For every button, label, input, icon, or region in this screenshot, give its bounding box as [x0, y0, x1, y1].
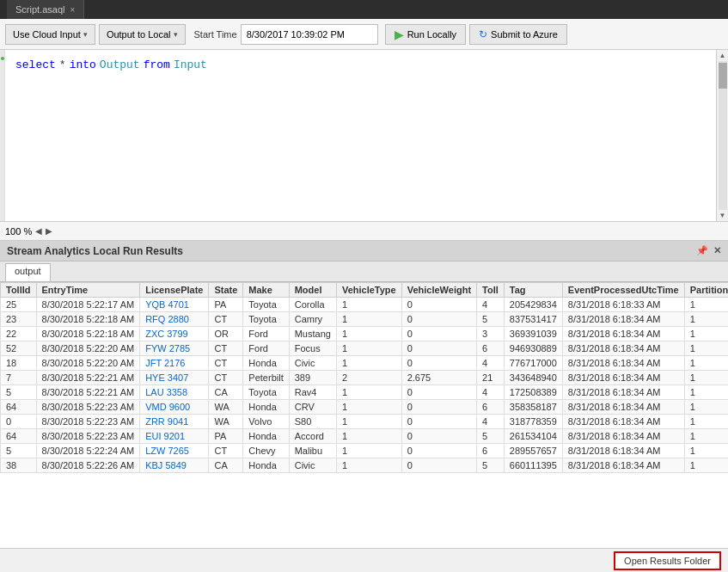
table-cell: 8/31/2018 6:18:34 AM	[562, 444, 684, 458]
table-cell: 5	[1, 444, 37, 458]
table-cell: 1	[336, 458, 401, 473]
run-locally-button[interactable]: ▶ Run Locally	[385, 24, 466, 45]
table-cell: EUI 9201	[140, 429, 209, 444]
table-cell: 318778359	[504, 415, 562, 429]
table-cell: 1	[336, 341, 401, 356]
title-bar-tabs: Script.asaql ×	[7, 0, 84, 19]
table-cell: S80	[289, 415, 336, 429]
table-cell: 21	[477, 371, 505, 385]
script-tab-label: Script.asaql	[15, 4, 64, 15]
start-time-input[interactable]	[241, 24, 378, 45]
table-cell: Toyota	[243, 298, 289, 312]
column-header-vehicletype: VehicleType	[336, 283, 401, 298]
panel-title: Stream Analytics Local Run Results	[7, 245, 183, 257]
table-cell: 8/31/2018 6:18:34 AM	[562, 327, 684, 341]
code-content[interactable]: select * into Output from Input	[5, 50, 716, 221]
table-cell: 3	[477, 327, 505, 341]
close-tab-button[interactable]: ×	[70, 5, 75, 15]
submit-to-azure-button[interactable]: ↻ Submit to Azure	[469, 24, 567, 45]
column-header-tollid: TollId	[1, 283, 37, 298]
zoom-increase-button[interactable]: ▶	[46, 226, 52, 236]
table-cell: Focus	[289, 341, 336, 356]
table-cell: 8/31/2018 6:18:34 AM	[562, 356, 684, 371]
table-cell: 8/30/2018 5:22:26 AM	[36, 458, 140, 473]
table-cell: 1	[336, 444, 401, 458]
table-cell: RFQ 2880	[140, 312, 209, 327]
script-tab[interactable]: Script.asaql ×	[7, 0, 84, 19]
table-cell: CA	[209, 458, 243, 473]
table-cell: 8/31/2018 6:18:34 AM	[562, 458, 684, 473]
panel-header: Stream Analytics Local Run Results 📌 ✕	[0, 241, 728, 261]
open-results-folder-button[interactable]: Open Results Folder	[614, 551, 721, 570]
main-wrapper: Script.asaql × Use Cloud Input ▾ Output …	[0, 0, 728, 572]
table-cell: 0	[1, 415, 37, 429]
output-to-local-dropdown-icon: ▾	[174, 30, 178, 39]
results-container[interactable]: TollIdEntryTimeLicensePlateStateMakeMode…	[0, 282, 728, 548]
table-cell: 261534104	[504, 429, 562, 444]
table-cell: WA	[209, 400, 243, 415]
table-cell: 0	[401, 341, 476, 356]
toolbar: Use Cloud Input ▾ Output to Local ▾ Star…	[0, 19, 728, 50]
column-header-toll: Toll	[477, 283, 505, 298]
table-cell: LAU 3358	[140, 385, 209, 400]
table-cell: 64	[1, 429, 37, 444]
scroll-up-button[interactable]: ▲	[719, 52, 726, 59]
table-cell: 1	[684, 341, 728, 356]
table-cell: 1	[684, 458, 728, 473]
table-cell: 1	[684, 371, 728, 385]
table-cell: FYW 2785	[140, 341, 209, 356]
zoom-decrease-button[interactable]: ◀	[35, 226, 42, 236]
scroll-down-button[interactable]: ▼	[719, 212, 726, 219]
table-cell: Volvo	[243, 415, 289, 429]
table-cell: 8/30/2018 5:22:24 AM	[36, 444, 140, 458]
table-cell: ZXC 3799	[140, 327, 209, 341]
code-star: *	[59, 57, 66, 75]
table-cell: 1	[336, 400, 401, 415]
table-cell: 8/30/2018 5:22:23 AM	[36, 429, 140, 444]
close-panel-button[interactable]: ✕	[713, 245, 721, 256]
table-cell: 7	[1, 371, 37, 385]
output-tab[interactable]: output	[5, 263, 51, 281]
table-cell: 1	[336, 385, 401, 400]
table-cell: 205429834	[504, 298, 562, 312]
table-cell: 946930889	[504, 341, 562, 356]
table-cell: 1	[684, 327, 728, 341]
table-cell: 22	[1, 327, 37, 341]
table-cell: OR	[209, 327, 243, 341]
table-cell: 8/31/2018 6:18:34 AM	[562, 385, 684, 400]
table-cell: Accord	[289, 429, 336, 444]
table-cell: 660111395	[504, 458, 562, 473]
table-cell: 64	[1, 400, 37, 415]
code-editor[interactable]: select * into Output from Input ▲ ▼	[0, 50, 728, 222]
table-cell: 8/31/2018 6:18:34 AM	[562, 371, 684, 385]
column-header-tag: Tag	[504, 283, 562, 298]
table-cell: 4	[477, 298, 505, 312]
table-row: 258/30/2018 5:22:17 AMYQB 4701PAToyotaCo…	[1, 298, 729, 312]
table-row: 238/30/2018 5:22:18 AMRFQ 2880CTToyotaCa…	[1, 312, 729, 327]
table-cell: VMD 9600	[140, 400, 209, 415]
column-header-licenseplate: LicensePlate	[140, 283, 209, 298]
panel-tabs: output	[0, 261, 728, 282]
table-cell: 8/30/2018 5:22:21 AM	[36, 385, 140, 400]
table-cell: Civic	[289, 458, 336, 473]
table-cell: ZRR 9041	[140, 415, 209, 429]
table-cell: 5	[477, 312, 505, 327]
table-cell: 1	[336, 312, 401, 327]
use-cloud-input-button[interactable]: Use Cloud Input ▾	[5, 24, 95, 45]
output-to-local-label: Output to Local	[107, 29, 171, 40]
results-table: TollIdEntryTimeLicensePlateStateMakeMode…	[0, 282, 728, 473]
table-cell: Honda	[243, 458, 289, 473]
table-cell: Ford	[243, 327, 289, 341]
output-to-local-button[interactable]: Output to Local ▾	[99, 24, 186, 45]
submit-icon: ↻	[479, 28, 487, 40]
table-cell: YQB 4701	[140, 298, 209, 312]
table-cell: 1	[684, 400, 728, 415]
pin-icon[interactable]: 📌	[696, 245, 708, 256]
table-cell: 0	[401, 415, 476, 429]
table-cell: 1	[684, 298, 728, 312]
zoom-value: 100 %	[5, 226, 32, 237]
column-header-state: State	[209, 283, 243, 298]
table-cell: 8/30/2018 5:22:23 AM	[36, 415, 140, 429]
table-cell: PA	[209, 429, 243, 444]
table-cell: 1	[336, 298, 401, 312]
